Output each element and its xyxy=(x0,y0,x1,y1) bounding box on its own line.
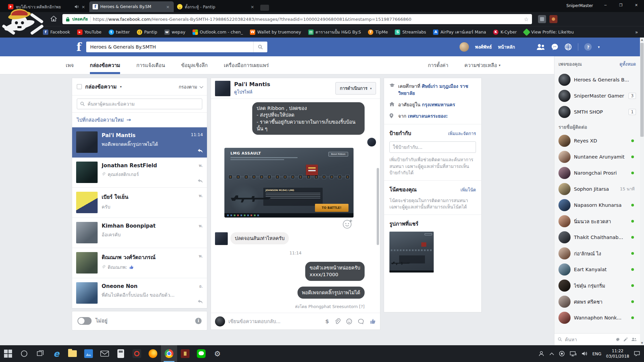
tab-pantip[interactable]: ตั้งกระทู้ - Pantip × xyxy=(174,1,258,12)
tab-facebook-active[interactable]: Heroes & Generals By.SM × xyxy=(89,1,174,12)
add-note-link[interactable]: เพิ่มโน้ต xyxy=(461,186,476,193)
taskbar-clock[interactable]: 11:2203/01/2018 xyxy=(606,348,629,359)
contact-item[interactable]: Nuntanee Arunyamit xyxy=(554,149,640,165)
message-bubble-outgoing[interactable]: พอดีเพจกดคลิ๊กรูปภาพไม่ได้ xyxy=(298,287,365,299)
settings-gear-icon[interactable] xyxy=(615,337,620,342)
chat-scrollbar[interactable] xyxy=(377,168,379,245)
contact-item[interactable]: ศตพร ศรีคชา xyxy=(554,294,640,310)
extension-icon-1[interactable] xyxy=(538,15,546,23)
thread-row[interactable]: Oneone Non พี่ดันไปคิดอีกริ้บบ่อนนึง ขออ… xyxy=(72,278,207,308)
page-scrollbar[interactable]: ▲ ▼ xyxy=(640,38,644,345)
facebook-search[interactable] xyxy=(86,42,267,52)
city-link[interactable]: กรุงเทพมหานคร xyxy=(422,102,455,107)
thread-row[interactable]: Jonathan RestField คุณส่งสติกเกอร์ พ. xyxy=(72,158,207,188)
filter-dropdown[interactable]: กรองตาม xyxy=(179,83,202,90)
close-button[interactable]: ✕ xyxy=(629,0,644,10)
scroll-up-arrow[interactable]: ▲ xyxy=(640,38,644,41)
bookmark-youtube[interactable]: ▸YouTube xyxy=(77,29,102,35)
bookmark-tipme[interactable]: TTipMe xyxy=(368,29,388,35)
emoji-reaction-button[interactable] xyxy=(342,218,353,230)
help-icon[interactable]: ? xyxy=(584,43,592,51)
thread-row[interactable]: Kimhan Boonpipat อ้อเครคับ พ. xyxy=(72,218,207,248)
bookmark-sheet[interactable]: ▤ตารางงานปั้ม H&G By.S xyxy=(308,29,361,36)
maximize-button[interactable]: ❐ xyxy=(613,0,629,10)
new-tab-button[interactable] xyxy=(260,5,269,11)
hometown-link[interactable]: เทศบาลนครระยอง: xyxy=(408,113,448,119)
mail-icon[interactable] xyxy=(97,345,113,362)
bookmark-streamlabs[interactable]: SStreamlabs xyxy=(395,29,426,35)
notifications-globe-icon[interactable] xyxy=(565,43,572,51)
browser-profile-name[interactable]: SniperMaster xyxy=(567,3,593,8)
contact-item[interactable]: Narongchai Prosri xyxy=(554,165,640,181)
contact-item[interactable]: Thakit Chaithanab... xyxy=(554,229,640,245)
contact-item[interactable]: ไข่ตุ๋น กรุ่มกริ่ม xyxy=(554,278,640,294)
user-avatar[interactable] xyxy=(460,42,469,52)
tab-insights[interactable]: ข้อมูลเชิงลึก xyxy=(181,56,208,74)
contact-item[interactable]: Napasorn Khunarsa xyxy=(554,197,640,213)
photos-app-icon[interactable] xyxy=(80,345,97,362)
scrollbar-thumb[interactable] xyxy=(640,43,644,137)
tab-publishing-tools[interactable]: เครื่องมือการเผยแพร่ xyxy=(224,56,269,74)
info-icon[interactable]: i xyxy=(195,318,202,324)
messenger-icon[interactable] xyxy=(551,43,558,51)
url-text[interactable]: https://www.facebook.com/Heroes-Generals… xyxy=(93,17,522,22)
tray-expand-chevron-icon[interactable] xyxy=(549,352,554,355)
chrome-icon[interactable] xyxy=(161,345,177,362)
page-item[interactable]: SniperMaster Gamer 3 xyxy=(554,88,640,104)
message-bubble-outgoing[interactable]: ขอตัวเลขหน้าหน่อยครับ xxxx/17000 xyxy=(305,262,365,281)
calculator-icon[interactable] xyxy=(113,345,129,362)
message-bubble-outgoing[interactable]: ปลด Ribbon , ปลดของ - ส่งรูปที่จะให้ปลด … xyxy=(252,102,365,135)
edge-icon[interactable]: e xyxy=(48,345,64,362)
labels-manage-link[interactable]: เพิ่มและจัดการ xyxy=(448,130,476,137)
cortana-search-icon[interactable] xyxy=(16,345,32,362)
attachment-icon[interactable] xyxy=(335,318,340,324)
contact-item[interactable]: ก่อ'ลักษณ์ ไง xyxy=(554,245,640,261)
file-explorer-icon[interactable] xyxy=(64,345,80,362)
bookmark-kcyber[interactable]: KK-Cyber xyxy=(493,29,517,35)
account-menu-caret-icon[interactable]: ▾ xyxy=(598,45,600,49)
tab-audio-icon[interactable] xyxy=(74,5,78,9)
facebook-logo[interactable]: f xyxy=(76,41,82,53)
sent-by-help[interactable]: [?] xyxy=(359,304,365,309)
record-tray-icon[interactable] xyxy=(559,351,565,357)
bookmark-twitter[interactable]: ttwitter xyxy=(109,29,130,35)
facebook-search-input[interactable] xyxy=(86,44,253,50)
actions-button[interactable]: การดำเนินการ ▾ xyxy=(335,82,376,95)
task-view-icon[interactable] xyxy=(32,345,48,362)
new-inbox-link[interactable]: ไปที่กล่องข้อความใหม่ → xyxy=(72,113,207,127)
contacts-group-icon[interactable] xyxy=(631,337,637,342)
thread-search-input[interactable] xyxy=(88,101,199,107)
scroll-down-arrow[interactable]: ▼ xyxy=(640,342,644,345)
game-app-icon[interactable] xyxy=(177,345,193,362)
away-toggle[interactable] xyxy=(77,317,92,325)
extension-icon-2[interactable] xyxy=(549,15,557,23)
bookmarks-overflow-icon[interactable]: » xyxy=(635,29,638,35)
user-name-link[interactable]: พงศ์พัทธ์ xyxy=(475,43,492,51)
tab-settings[interactable]: การตั้งค่า xyxy=(428,56,448,74)
payment-icon[interactable]: $ xyxy=(325,318,329,324)
contact-item[interactable]: Wannaphon Nonk... xyxy=(554,310,640,326)
tab-page[interactable]: เพจ xyxy=(66,56,74,74)
new-message-icon[interactable] xyxy=(623,337,628,342)
select-all-checkbox[interactable] xyxy=(77,84,82,89)
contact-item[interactable]: Eart Kanyalat xyxy=(554,261,640,278)
line-app-icon[interactable] xyxy=(193,345,209,362)
start-button[interactable] xyxy=(0,345,16,362)
home-icon[interactable] xyxy=(50,15,57,22)
search-button[interactable] xyxy=(253,42,267,52)
like-thumb-icon[interactable] xyxy=(370,318,376,324)
avatar[interactable] xyxy=(215,81,230,96)
app-red-icon[interactable] xyxy=(129,345,145,362)
firefox-icon[interactable] xyxy=(145,345,161,362)
volume-tray-icon[interactable] xyxy=(582,351,588,356)
tab-close-icon[interactable]: × xyxy=(165,4,170,9)
message-bubble-incoming[interactable]: ปลดจอนสันเท่าไหลครับ xyxy=(230,232,289,244)
tab-close-icon[interactable]: × xyxy=(250,4,255,9)
url-bar[interactable]: ปลอดภัย https://www.facebook.com/Heroes-… xyxy=(62,14,532,24)
tab-close-icon[interactable]: × xyxy=(81,4,86,9)
bookmark-facebook[interactable]: fFacebook xyxy=(43,29,70,35)
contact-item[interactable]: นิ่มนวล ยะฮวดสา xyxy=(554,213,640,229)
contact-item[interactable]: Reyes XD xyxy=(554,133,640,149)
language-indicator[interactable]: ENG xyxy=(592,351,601,356)
see-all-link[interactable]: ดูทั้งหมด xyxy=(620,61,636,68)
